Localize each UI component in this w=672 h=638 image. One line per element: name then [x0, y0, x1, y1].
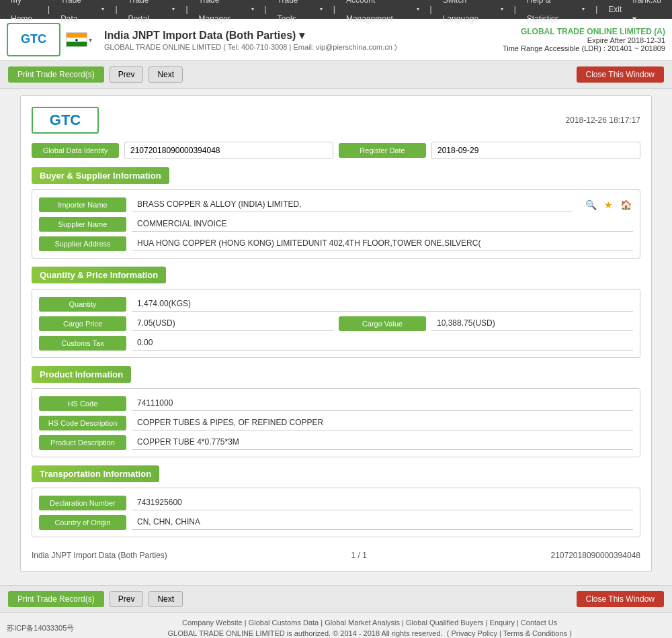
title-area: India JNPT Import Data (Both Parties) ▾ … — [104, 29, 397, 51]
supplier-address-label: Supplier Address — [39, 236, 126, 251]
cargo-row: Cargo Price 7.05(USD) Cargo Value 10,388… — [39, 316, 633, 331]
footer-link-contact[interactable]: Contact Us — [521, 619, 557, 627]
importer-label: Importer Name — [39, 197, 126, 212]
time-range: Time Range Accessible (LDR) : 201401 ~ 2… — [503, 44, 665, 52]
importer-value: BRASS COPPER & ALLOY (INDIA) LIMITED, — [132, 197, 573, 212]
home-icon[interactable]: 🏠 — [618, 197, 633, 212]
bottom-next-button[interactable]: Next — [149, 591, 183, 607]
product-desc-row: Product Description COPPER TUBE 4*0.775*… — [39, 435, 633, 450]
logo: GTC — [7, 23, 60, 56]
header-right: GLOBAL TRADE ONLINE LIMITED (A) Expire A… — [503, 27, 665, 52]
footer-link-enquiry[interactable]: Enquiry — [490, 619, 515, 627]
quantity-label: Quantity — [39, 297, 126, 312]
flag-dropdown[interactable]: ▾ — [89, 36, 92, 44]
cargo-value-label: Cargo Value — [339, 316, 426, 331]
supplier-address-value: HUA HONG COPPER (HONG KONG) LIMITEDUNIT … — [132, 236, 633, 251]
flag-area: ▾ — [66, 32, 92, 47]
footer-copy: GLOBAL TRADE ONLINE LIMITED is authorize… — [74, 629, 665, 637]
bottom-prev-button[interactable]: Prev — [110, 591, 144, 607]
footer-link-buyers[interactable]: Global Qualified Buyers — [406, 619, 484, 627]
hs-code-desc-row: HS Code Description COPPER TUBES & PIPES… — [39, 415, 633, 430]
india-flag — [66, 32, 87, 47]
privacy-policy-link[interactable]: Privacy Policy — [451, 629, 497, 637]
buyer-supplier-title: Buyer & Supplier Information — [32, 167, 169, 184]
identity-row: Global Data Identity 2107201809000039404… — [32, 142, 640, 159]
transportation-section: Transportation Information Declaration N… — [32, 465, 640, 537]
footer-center: 1 / 1 — [351, 551, 367, 560]
transportation-title: Transportation Information — [32, 465, 159, 482]
supplier-address-row: Supplier Address HUA HONG COPPER (HONG K… — [39, 236, 633, 251]
quantity-row: Quantity 1,474.00(KGS) — [39, 296, 633, 312]
user-info[interactable]: frank.xu ▾ — [627, 0, 667, 28]
footer-link-customs[interactable]: Global Customs Data — [249, 619, 319, 627]
footer-inner: 苏ICP备14033305号 Company Website | Global … — [7, 619, 665, 637]
footer-right: 21072018090000394048 — [551, 551, 640, 560]
importer-icons: 🔍 ★ 🏠 — [583, 197, 633, 212]
supplier-name-row: Supplier Name COMMERCIAL INVOICE — [39, 216, 633, 232]
nav-switch-language[interactable]: Switch Language — [437, 0, 495, 28]
product-body: HS Code 74111000 HS Code Description COP… — [32, 388, 640, 457]
footer-link-company[interactable]: Company Website — [182, 619, 243, 627]
footer-center-area: Company Website | Global Customs Data | … — [74, 619, 665, 637]
next-button[interactable]: Next — [149, 66, 183, 83]
country-origin-row: Country of Origin CN, CHN, CHINA — [39, 514, 633, 530]
hs-code-value: 74111000 — [132, 396, 633, 411]
declaration-label: Declaration Number — [39, 496, 126, 510]
customs-tax-value: 0.00 — [132, 335, 633, 351]
page-footer: 苏ICP备14033305号 Company Website | Global … — [0, 613, 672, 638]
identity-label: Global Data Identity — [32, 143, 119, 158]
hs-code-desc-value: COPPER TUBES & PIPES, OF REFINED COPPER — [132, 415, 633, 430]
register-date-label: Register Date — [339, 143, 426, 158]
hs-code-row: HS Code 74111000 — [39, 396, 633, 411]
company-name: GLOBAL TRADE ONLINE LIMITED (A) — [503, 27, 665, 36]
importer-row: Importer Name BRASS COPPER & ALLOY (INDI… — [39, 197, 633, 212]
prev-button[interactable]: Prev — [110, 66, 144, 83]
hs-code-desc-label: HS Code Description — [39, 416, 126, 430]
transportation-body: Declaration Number 7431925600 Country of… — [32, 488, 640, 537]
declaration-value: 7431925600 — [132, 495, 633, 510]
customs-tax-row: Customs Tax 0.00 — [39, 335, 633, 351]
record-card: GTC 2018-12-26 18:17:17 Global Data Iden… — [20, 95, 652, 572]
logo-area: GTC ▾ India JNPT Import Data (Both Parti… — [7, 23, 397, 56]
bottom-toolbar: Print Trade Record(s) Prev Next Close Th… — [0, 585, 672, 613]
quantity-price-body: Quantity 1,474.00(KGS) Cargo Price 7.05(… — [32, 289, 640, 358]
register-date-value: 2018-09-29 — [431, 142, 640, 159]
buyer-supplier-section: Buyer & Supplier Information Importer Na… — [32, 167, 640, 259]
product-desc-label: Product Description — [39, 435, 126, 450]
main-content: GTC 2018-12-26 18:17:17 Global Data Iden… — [0, 89, 672, 585]
close-button[interactable]: Close This Window — [577, 66, 664, 83]
country-origin-value: CN, CHN, CHINA — [132, 514, 633, 530]
page-subtitle: GLOBAL TRADE ONLINE LIMITED ( Tel: 400-7… — [104, 43, 397, 51]
footer-links: Company Website | Global Customs Data | … — [74, 619, 665, 627]
declaration-row: Declaration Number 7431925600 — [39, 495, 633, 510]
bottom-close-button[interactable]: Close This Window — [577, 591, 664, 607]
footer-left: India JNPT Import Data (Both Parties) — [32, 551, 167, 560]
quantity-value: 1,474.00(KGS) — [132, 296, 633, 312]
footer-link-market[interactable]: Global Market Analysis — [325, 619, 400, 627]
page-title: India JNPT Import Data (Both Parties) ▾ — [104, 29, 397, 42]
expire-date: Expire After 2018-12-31 — [503, 36, 665, 44]
record-header: GTC 2018-12-26 18:17:17 — [32, 107, 640, 134]
supplier-name-label: Supplier Name — [39, 217, 126, 232]
identity-value: 21072018090000394048 — [124, 142, 333, 159]
hs-code-label: HS Code — [39, 396, 126, 411]
quantity-price-section: Quantity & Price Information Quantity 1,… — [32, 267, 640, 358]
buyer-supplier-body: Importer Name BRASS COPPER & ALLOY (INDI… — [32, 189, 640, 259]
cargo-price-value: 7.05(USD) — [132, 316, 333, 331]
product-desc-value: COPPER TUBE 4*0.775*3M — [132, 435, 633, 450]
star-icon[interactable]: ★ — [601, 197, 616, 212]
bottom-print-button[interactable]: Print Trade Record(s) — [8, 591, 104, 607]
cargo-value-value: 10,388.75(USD) — [431, 316, 633, 331]
print-button[interactable]: Print Trade Record(s) — [8, 66, 104, 83]
country-origin-label: Country of Origin — [39, 515, 126, 530]
search-icon[interactable]: 🔍 — [583, 197, 598, 212]
product-section: Product Information HS Code 74111000 HS … — [32, 366, 640, 457]
card-footer: India JNPT Import Data (Both Parties) 1 … — [32, 545, 640, 560]
terms-link[interactable]: Terms & Conditions — [503, 629, 567, 637]
nav-help-statistics[interactable]: Help & Statistics — [521, 0, 577, 28]
nav-exit[interactable]: Exit — [603, 0, 627, 19]
product-title: Product Information — [32, 366, 131, 383]
quantity-price-title: Quantity & Price Information — [32, 267, 166, 283]
icp-number: 苏ICP备14033305号 — [7, 623, 74, 633]
customs-tax-label: Customs Tax — [39, 336, 126, 351]
